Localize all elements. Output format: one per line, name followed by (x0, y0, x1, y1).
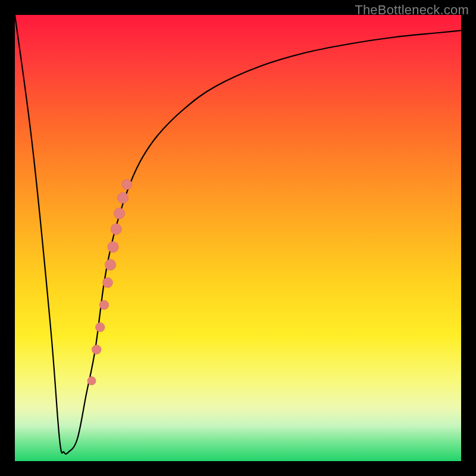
curve-marker (95, 322, 105, 332)
curve-marker (108, 242, 119, 253)
chart-frame: TheBottleneck.com (0, 0, 476, 476)
curve-marker (114, 208, 125, 219)
curve-marker (87, 377, 96, 385)
curve-marker (105, 259, 116, 271)
curve-marker (117, 192, 129, 203)
curve-marker (102, 277, 112, 287)
bottleneck-curve (15, 15, 461, 454)
curve-marker (99, 300, 109, 310)
curve-marker (92, 345, 101, 355)
watermark-text: TheBottleneck.com (355, 2, 469, 18)
curve-marker (122, 179, 132, 189)
plot-area (15, 15, 461, 461)
curve-marker (111, 224, 122, 235)
chart-svg (15, 15, 461, 461)
